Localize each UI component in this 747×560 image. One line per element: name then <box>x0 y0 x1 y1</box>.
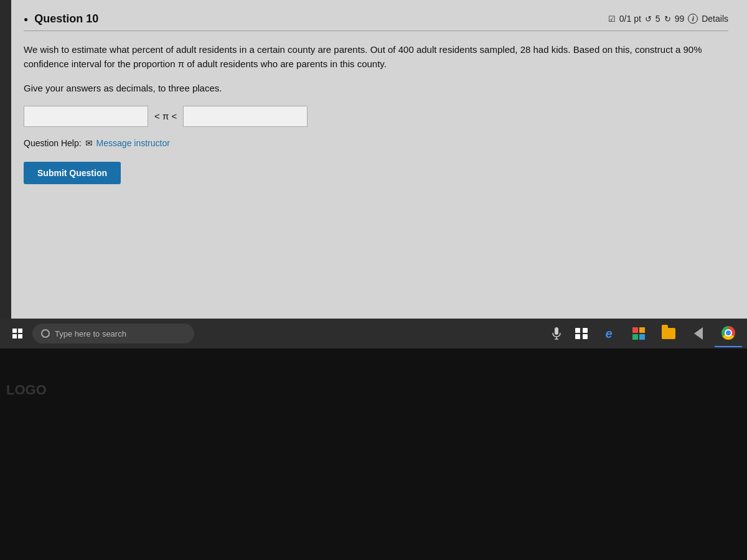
svg-rect-4 <box>583 328 588 333</box>
score-icon: ☑ <box>608 14 616 24</box>
question-title: Question 10 <box>24 12 98 26</box>
chrome-logo-icon <box>721 326 735 340</box>
question-body: We wish to estimate what percent of adul… <box>24 42 728 72</box>
score-value: 0/1 pt <box>619 14 641 24</box>
details-link[interactable]: Details <box>702 14 728 24</box>
answer-input-row: < π < <box>24 106 728 127</box>
lower-bound-input[interactable] <box>24 106 148 127</box>
edge-app-icon[interactable]: e <box>595 320 622 347</box>
pi-separator: < π < <box>154 111 177 121</box>
instruction-text: Give your answers as decimals, to three … <box>24 83 728 93</box>
edge-logo-icon: e <box>605 327 612 341</box>
message-instructor-link[interactable]: Message instructor <box>96 138 170 148</box>
question-number: Question 10 <box>34 12 98 26</box>
taskbar-search-area[interactable]: Type here to search <box>32 324 194 343</box>
info-icon: i <box>688 14 698 24</box>
tiles-app-icon[interactable] <box>625 320 652 347</box>
submit-question-button[interactable]: Submit Question <box>24 162 121 184</box>
windows-start-button[interactable] <box>5 321 30 346</box>
svg-rect-3 <box>575 328 580 333</box>
search-circle-icon <box>41 329 50 338</box>
question-meta: ☑ 0/1 pt ↺ 5 ↻ 99 i Details <box>608 14 728 24</box>
svg-rect-0 <box>555 327 558 335</box>
windows-logo-icon <box>12 329 22 338</box>
mail-icon: ✉ <box>85 138 93 148</box>
question-header: Question 10 ☑ 0/1 pt ↺ 5 ↻ 99 i Details <box>24 12 728 31</box>
taskbar: Type here to search e <box>0 319 747 348</box>
submissions-value: 99 <box>675 14 685 24</box>
file-explorer-app-icon[interactable] <box>655 320 682 347</box>
watermark-text: LOGO <box>6 382 47 398</box>
microphone-button[interactable] <box>545 322 568 345</box>
left-strip <box>0 0 11 348</box>
submissions-icon: ↻ <box>664 14 671 24</box>
svg-rect-5 <box>575 334 580 339</box>
attempts-value: 5 <box>655 14 660 24</box>
tiles-logo-icon <box>632 327 645 340</box>
question-help-row: Question Help: ✉ Message instructor <box>24 138 728 148</box>
folder-icon <box>662 328 675 339</box>
search-placeholder: Type here to search <box>55 329 126 338</box>
task-view-button[interactable] <box>570 322 593 345</box>
attempts-icon: ↺ <box>645 14 652 24</box>
nav-arrow-icon <box>694 327 703 340</box>
navigation-app-icon[interactable] <box>685 320 712 347</box>
chrome-app-icon[interactable] <box>715 320 742 347</box>
question-container: Question 10 ☑ 0/1 pt ↺ 5 ↻ 99 i Details … <box>11 0 747 348</box>
svg-rect-6 <box>583 334 588 339</box>
upper-bound-input[interactable] <box>183 106 308 127</box>
bottom-dark-area <box>0 348 747 560</box>
help-label: Question Help: <box>24 138 82 148</box>
